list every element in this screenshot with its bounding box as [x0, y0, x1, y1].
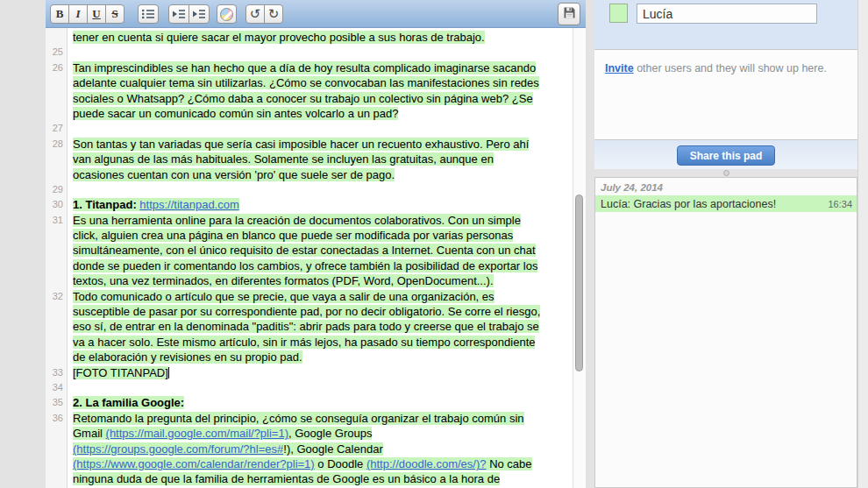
line-number: 25	[46, 45, 67, 60]
underline-label: U	[92, 7, 100, 21]
editor-line: (https://groups.google.com/forum/?hl=es#…	[73, 442, 573, 456]
editor-pane: B I U S ↺ ↻	[46, 0, 586, 488]
text-segment: click, alguien crea una página en blanco…	[73, 229, 513, 242]
editor-line: de elaboración y revisiones en su propio…	[73, 350, 573, 364]
editor-line: Tan imprescindibles se han hecho que a d…	[73, 60, 573, 75]
text-segment: 2. La familia Google:	[73, 396, 184, 409]
undo-icon: ↺	[250, 8, 261, 21]
line-number	[46, 75, 67, 90]
line-number	[46, 456, 67, 471]
bold-button[interactable]: B	[50, 4, 69, 24]
line-number	[46, 228, 67, 243]
editor-line: Es una herramienta online para la creaci…	[73, 213, 573, 228]
line-number	[46, 30, 67, 45]
username-input[interactable]	[637, 4, 817, 24]
line-number	[46, 243, 67, 258]
chat-message-time: 16:34	[828, 199, 852, 209]
editor-line	[73, 121, 573, 136]
text-segment: va a hacer solo. Este mismo artículo, si…	[73, 336, 535, 349]
link[interactable]: (https://mail.google.com/mail/?pli=1)	[106, 427, 288, 440]
editor-scrollbar-thumb[interactable]	[575, 194, 583, 371]
indent-icon	[172, 9, 186, 19]
line-number	[46, 91, 67, 106]
text-segment: !), Google Calendar	[283, 442, 382, 456]
link[interactable]: https://titanpad.com	[139, 198, 238, 211]
editor-scrollbar-track[interactable]	[573, 28, 586, 488]
authorship-button-group	[217, 4, 237, 24]
line-number	[46, 152, 67, 166]
editor-line: Todo comunicado o artículo que se precie…	[73, 289, 573, 304]
user-color-swatch[interactable]	[609, 4, 628, 23]
editor-textarea[interactable]: tener en cuenta si quiere sacar el mayor…	[68, 28, 573, 488]
line-number: 28	[46, 137, 67, 152]
text-caret	[168, 367, 170, 378]
chat-date: July 24, 2014	[595, 178, 857, 195]
editor-toolbar: B I U S ↺ ↻	[46, 0, 586, 28]
link[interactable]: (https://www.google.com/calendar/render?…	[73, 457, 315, 470]
bold-label: B	[56, 7, 64, 21]
link[interactable]: (http://doodle.com/es/)?	[366, 457, 487, 470]
right-sidebar: Invite other users and they will show up…	[594, 0, 857, 488]
share-pad-button[interactable]: Share this pad	[677, 145, 776, 166]
resize-handle-icon[interactable]	[723, 170, 729, 176]
users-panel: Invite other users and they will show up…	[594, 0, 857, 169]
italic-button[interactable]: I	[68, 4, 88, 24]
line-number	[46, 442, 67, 456]
indent-button[interactable]	[168, 4, 189, 24]
invite-link[interactable]: Invite	[605, 62, 634, 74]
line-number	[46, 304, 67, 319]
line-number: 29	[46, 182, 67, 197]
strikethrough-label: S	[111, 7, 117, 21]
text-segment: [FOTO TITANPAD]	[73, 366, 168, 379]
format-button-group: B I U S	[50, 4, 125, 24]
outdent-button[interactable]	[189, 4, 210, 24]
list-button-group	[138, 4, 159, 24]
text-segment: tener en cuenta si quiere sacar el mayor…	[73, 31, 485, 44]
undo-button[interactable]: ↺	[245, 4, 265, 24]
text-segment: Gmail	[73, 427, 106, 440]
line-number	[46, 106, 67, 121]
line-number	[46, 426, 67, 441]
share-strip: Share this pad	[594, 140, 857, 169]
text-segment: ninguna duda de que la familia de herram…	[73, 472, 500, 485]
text-segment: Tan imprescindibles se han hecho que a d…	[73, 61, 536, 74]
line-number: 26	[46, 60, 67, 75]
text-segment: simultáneamente, con el único requisito …	[73, 244, 536, 257]
underline-button[interactable]: U	[87, 4, 106, 24]
editor-line: 1. Titanpad: https://titanpad.com	[73, 197, 573, 212]
editor-line: va a hacer solo. Este mismo artículo, si…	[73, 335, 573, 350]
link[interactable]: (https://groups.google.com/forum/?hl=es#	[73, 442, 283, 456]
text-segment: sociales o Whatsapp? ¿Cómo daba a conoce…	[73, 92, 533, 105]
redo-icon: ↻	[268, 8, 280, 21]
text-segment: donde se pueden ir comentando los cambio…	[73, 259, 537, 272]
text-segment: textos, una vez terminados, en diferente…	[73, 274, 494, 287]
save-revision-button[interactable]	[558, 3, 580, 25]
panel-divider	[594, 169, 857, 177]
window-scrollbar-track[interactable]	[857, 0, 868, 488]
text-segment: No cabe	[487, 457, 532, 470]
line-number: 33	[46, 365, 67, 380]
history-button-group: ↺ ↻	[245, 4, 283, 24]
editor-line	[73, 182, 573, 197]
chat-message-list: Lucía: Gracias por las aportaciones!16:3…	[595, 195, 857, 212]
editor-line	[73, 45, 573, 60]
line-number: 30	[46, 197, 67, 212]
editor-line: tener en cuenta si quiere sacar el mayor…	[73, 30, 573, 45]
text-segment: van algunas de las más habituales. Solam…	[73, 152, 494, 166]
redo-button[interactable]: ↻	[264, 4, 283, 24]
editor-line: [FOTO TITANPAD]	[73, 365, 573, 380]
line-number	[46, 471, 67, 486]
invite-box: Invite other users and they will show up…	[594, 49, 857, 140]
line-number: 27	[46, 121, 67, 136]
unordered-list-button[interactable]	[138, 4, 159, 24]
chat-message: Lucía: Gracias por las aportaciones!16:3…	[595, 195, 857, 212]
line-number	[46, 335, 67, 350]
text-segment: , Google Groups	[288, 427, 372, 440]
save-icon	[563, 6, 576, 23]
strikethrough-button[interactable]: S	[105, 4, 125, 24]
clear-authorship-button[interactable]	[217, 4, 237, 24]
editor-line	[73, 380, 573, 395]
text-segment: 1. Titanpad:	[73, 198, 139, 211]
editor-line: ocasiones cuentan con una versión 'pro' …	[73, 167, 573, 182]
editor-line: sociales o Whatsapp? ¿Cómo daba a conoce…	[73, 91, 573, 106]
